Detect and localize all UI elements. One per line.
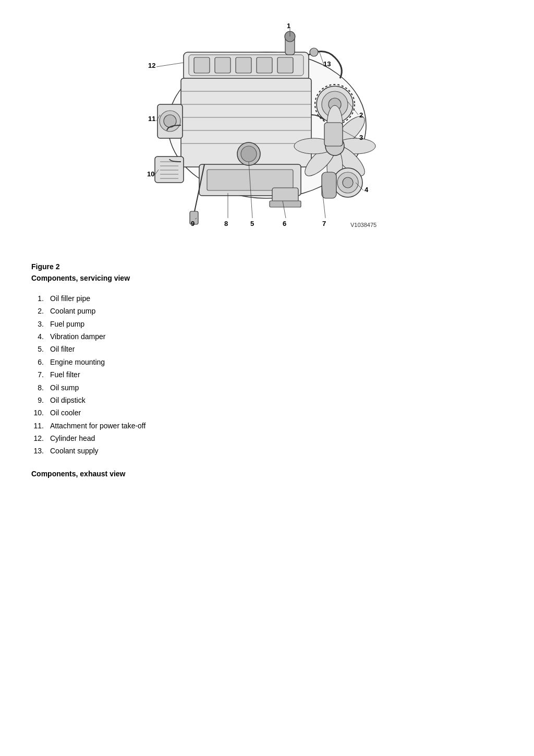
list-number: 3. xyxy=(31,318,50,330)
svg-text:12: 12 xyxy=(148,62,155,69)
svg-rect-4 xyxy=(215,57,230,73)
svg-text:5: 5 xyxy=(250,220,254,227)
list-label: Oil dipstick xyxy=(50,394,503,406)
list-number: 12. xyxy=(31,433,50,444)
svg-text:8: 8 xyxy=(224,220,228,227)
svg-point-50 xyxy=(310,48,318,56)
list-item: 13.Coolant supply xyxy=(31,445,503,457)
svg-text:9: 9 xyxy=(191,220,195,227)
svg-rect-3 xyxy=(194,57,210,73)
svg-text:V1038475: V1038475 xyxy=(350,222,377,228)
figure-caption: Figure 2 Components, servicing view xyxy=(31,261,503,284)
list-label: Attachment for power take-off xyxy=(50,420,503,431)
list-label: Vibration damper xyxy=(50,331,503,342)
list-number: 1. xyxy=(31,293,50,304)
list-label: Oil filter xyxy=(50,343,503,355)
list-item: 6.Engine mounting xyxy=(31,356,503,368)
list-item: 8.Oil sump xyxy=(31,382,503,393)
svg-text:10: 10 xyxy=(147,170,154,178)
list-item: 7.Fuel filter xyxy=(31,369,503,380)
list-item: 5.Oil filter xyxy=(31,343,503,355)
list-number: 4. xyxy=(31,331,50,342)
list-label: Oil filler pipe xyxy=(50,293,503,304)
list-label: Coolant pump xyxy=(50,305,503,317)
list-label: Engine mounting xyxy=(50,356,503,368)
svg-text:1: 1 xyxy=(287,22,290,30)
list-number: 10. xyxy=(31,407,50,418)
svg-text:3: 3 xyxy=(359,134,363,141)
list-label: Coolant supply xyxy=(50,445,503,457)
list-label: Oil sump xyxy=(50,382,503,393)
svg-text:2: 2 xyxy=(359,111,363,119)
figure-container: V1038475 1 2 3 4 5 6 7 8 9 xyxy=(31,21,503,245)
svg-rect-35 xyxy=(324,123,343,146)
svg-rect-5 xyxy=(236,57,251,73)
svg-text:13: 13 xyxy=(323,60,331,68)
svg-rect-40 xyxy=(155,157,184,183)
svg-rect-36 xyxy=(322,172,336,198)
list-number: 2. xyxy=(31,305,50,317)
list-item: 3.Fuel pump xyxy=(31,318,503,330)
svg-rect-6 xyxy=(257,57,272,73)
svg-line-62 xyxy=(156,63,184,67)
list-item: 1.Oil filler pipe xyxy=(31,293,503,304)
engine-svg: V1038475 1 2 3 4 5 6 7 8 9 xyxy=(131,21,403,245)
list-label: Oil cooler xyxy=(50,407,503,418)
list-label: Fuel pump xyxy=(50,318,503,330)
list-number: 13. xyxy=(31,445,50,457)
list-item: 4.Vibration damper xyxy=(31,331,503,342)
svg-text:4: 4 xyxy=(365,186,369,194)
figure-title: Components, servicing view xyxy=(31,272,503,284)
svg-rect-7 xyxy=(277,57,293,73)
page-container: V1038475 1 2 3 4 5 6 7 8 9 xyxy=(31,21,503,478)
figure-number: Figure 2 xyxy=(31,261,503,272)
list-number: 9. xyxy=(31,394,50,406)
svg-point-34 xyxy=(343,177,353,188)
list-item: 12.Cylinder head xyxy=(31,433,503,444)
list-label: Cylinder head xyxy=(50,433,503,444)
engine-diagram: V1038475 1 2 3 4 5 6 7 8 9 xyxy=(131,21,403,245)
components-list: 1.Oil filler pipe2.Coolant pump3.Fuel pu… xyxy=(31,293,503,457)
section2-heading: Components, exhaust view xyxy=(31,470,503,478)
list-item: 9.Oil dipstick xyxy=(31,394,503,406)
svg-text:6: 6 xyxy=(283,220,286,227)
list-item: 10.Oil cooler xyxy=(31,407,503,418)
list-number: 7. xyxy=(31,369,50,380)
svg-point-19 xyxy=(241,146,257,162)
list-item: 2.Coolant pump xyxy=(31,305,503,317)
svg-rect-49 xyxy=(270,201,301,207)
list-number: 8. xyxy=(31,382,50,393)
list-number: 11. xyxy=(31,420,50,431)
svg-text:11: 11 xyxy=(148,115,155,123)
list-number: 6. xyxy=(31,356,50,368)
list-number: 5. xyxy=(31,343,50,355)
list-item: 11.Attachment for power take-off xyxy=(31,420,503,431)
list-label: Fuel filter xyxy=(50,369,503,380)
svg-text:7: 7 xyxy=(322,220,326,227)
